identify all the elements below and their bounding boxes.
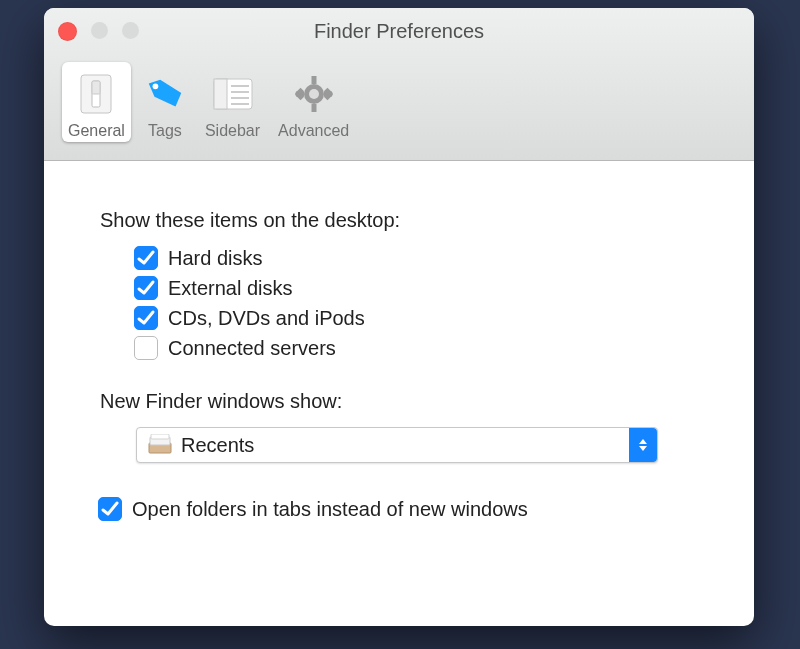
tab-sidebar[interactable]: Sidebar: [199, 62, 266, 142]
tab-label: Sidebar: [205, 122, 260, 140]
checkbox-label: Hard disks: [168, 247, 262, 270]
tab-label: Tags: [148, 122, 182, 140]
svg-rect-22: [151, 434, 169, 439]
updown-arrows-icon: [629, 428, 657, 462]
switch-icon: [74, 72, 118, 116]
checkbox-icon: [134, 336, 158, 360]
new-windows-label: New Finder windows show:: [100, 390, 696, 413]
tag-icon: [143, 72, 187, 116]
select-value: Recents: [181, 434, 254, 457]
checkbox-icon: [98, 497, 122, 521]
svg-rect-12: [311, 104, 316, 112]
gear-icon: [292, 72, 336, 116]
new-windows-select[interactable]: Recents: [136, 427, 658, 463]
tab-label: Advanced: [278, 122, 349, 140]
checkbox-label: CDs, DVDs and iPods: [168, 307, 365, 330]
titlebar: Finder Preferences General: [44, 8, 754, 161]
svg-point-3: [152, 83, 158, 89]
checkbox-icon: [134, 276, 158, 300]
tab-advanced[interactable]: Advanced: [272, 62, 355, 142]
svg-rect-5: [214, 79, 227, 109]
checkbox-open-in-tabs[interactable]: Open folders in tabs instead of new wind…: [98, 497, 696, 521]
checkbox-connected-servers[interactable]: Connected servers: [134, 336, 696, 360]
desktop-items-group: Hard disks External disks CDs, DVDs and …: [134, 246, 696, 360]
tab-general[interactable]: General: [62, 62, 131, 142]
checkbox-external-disks[interactable]: External disks: [134, 276, 696, 300]
checkbox-icon: [134, 306, 158, 330]
content-pane: Show these items on the desktop: Hard di…: [44, 161, 754, 531]
svg-point-19: [309, 89, 319, 99]
tab-tags[interactable]: Tags: [137, 62, 193, 142]
checkbox-label: External disks: [168, 277, 293, 300]
checkbox-cds-dvds-ipods[interactable]: CDs, DVDs and iPods: [134, 306, 696, 330]
svg-rect-11: [311, 76, 316, 84]
svg-rect-2: [92, 81, 100, 94]
tab-label: General: [68, 122, 125, 140]
preferences-window: Finder Preferences General: [44, 8, 754, 626]
checkbox-label: Open folders in tabs instead of new wind…: [132, 498, 528, 521]
recents-icon: [145, 432, 175, 458]
window-title: Finder Preferences: [44, 20, 754, 43]
toolbar: General Tags: [62, 62, 355, 142]
sidebar-icon: [211, 72, 255, 116]
checkbox-icon: [134, 246, 158, 270]
desktop-items-label: Show these items on the desktop:: [100, 209, 696, 232]
checkbox-hard-disks[interactable]: Hard disks: [134, 246, 696, 270]
checkbox-label: Connected servers: [168, 337, 336, 360]
